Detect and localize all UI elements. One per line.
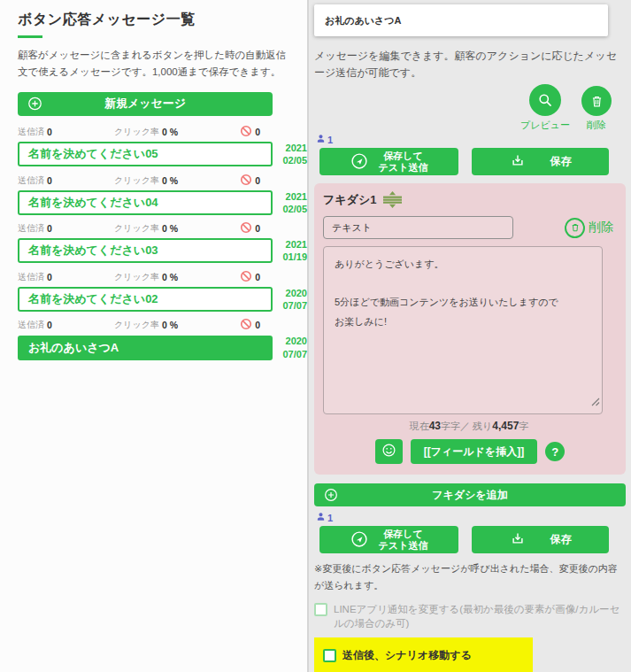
download-icon: [510, 530, 526, 549]
recipient-count: 1: [316, 134, 631, 145]
message-item-button[interactable]: 名前を決めてください05: [18, 142, 273, 166]
blocked-icon: [240, 174, 252, 188]
preview-button[interactable]: プレビュー: [520, 84, 570, 132]
plus-circle-icon: [324, 488, 338, 502]
person-icon: [316, 134, 326, 145]
message-item-button[interactable]: 名前を決めてください04: [18, 190, 273, 215]
recipient-count-value: 1: [327, 513, 333, 523]
trash-icon: [581, 86, 612, 116]
item-date: 202007/07: [277, 335, 307, 360]
list-description: 顧客がメッセージに含まれるボタンを押した時の自動返信文で使えるメッセージです。1…: [18, 47, 307, 81]
blocked-value: 0: [255, 320, 260, 330]
insert-field-button[interactable]: [[フィールドを挿入]]: [411, 439, 537, 464]
editor-description: メッセージを編集できます。顧客のアクションに応じたメッセージ送信が可能です。: [314, 48, 622, 81]
click-rate-label: クリック率: [114, 319, 159, 331]
click-rate-label: クリック率: [114, 126, 159, 138]
plus-circle-icon: [27, 97, 42, 112]
recipient-count-value: 1: [327, 135, 333, 145]
blocked-value: 0: [255, 127, 260, 137]
drag-handle-icon[interactable]: [383, 191, 402, 208]
bubble-text-input[interactable]: ありがとうございます。 5分ほどで動画コンテンツをお送りいたしますので お楽しみ…: [323, 246, 603, 414]
message-list-item: 送信済0 クリック率0 % 0 名前を決めてください02 202007/07: [18, 270, 307, 313]
blocked-icon: [240, 270, 252, 284]
delete-message-button[interactable]: 削除: [581, 86, 612, 132]
title-underline: [18, 35, 42, 38]
item-stats: 送信済0 クリック率0 % 0: [18, 318, 273, 332]
message-list-item-selected: 送信済0 クリック率0 % 0 お礼のあいさつA 202007/07: [18, 318, 307, 360]
send-circle-icon: [350, 530, 368, 550]
checkbox[interactable]: [323, 649, 336, 662]
item-date: 202102/05: [277, 142, 307, 167]
save-actions-bottom: 保存してテスト送信 保存: [319, 526, 631, 553]
option-attribute-tag[interactable]: 送信後、属性タグを付与する: [323, 668, 524, 672]
sent-label: 送信済: [18, 271, 44, 283]
click-rate-label: クリック率: [114, 222, 159, 235]
sent-label: 送信済: [18, 319, 44, 331]
save-button[interactable]: 保存: [472, 526, 609, 553]
sent-value: 0: [47, 175, 52, 186]
sent-label: 送信済: [18, 174, 44, 187]
save-and-test-button[interactable]: 保存してテスト送信: [319, 148, 458, 175]
item-date: 202007/07: [277, 287, 307, 313]
sent-value: 0: [47, 320, 52, 330]
blocked-value: 0: [255, 272, 260, 282]
item-stats: 送信済0 クリック率0 % 0: [18, 125, 273, 139]
click-rate-value: 0 %: [162, 223, 178, 234]
option-scenario-move[interactable]: 送信後、シナリオ移動する: [323, 644, 524, 668]
option-scenario-move-label: 送信後、シナリオ移動する: [342, 648, 472, 663]
save-test-line1: 保存して: [383, 151, 423, 161]
search-icon: [529, 84, 561, 116]
click-rate-value: 0 %: [162, 175, 178, 186]
person-icon: [316, 512, 326, 523]
sent-value: 0: [47, 127, 52, 137]
blocked-icon: [240, 221, 252, 236]
message-item-button[interactable]: お礼のあいさつA: [18, 336, 273, 360]
item-date: 202101/19: [277, 238, 307, 264]
option-line-notify: LINEアプリ通知を変更する(最初か最後の要素が画像/カルーセルの場合のみ可): [314, 602, 622, 631]
resize-handle-icon[interactable]: [591, 394, 600, 410]
save-test-line2: テスト送信: [379, 162, 428, 173]
click-rate-value: 0 %: [162, 127, 178, 137]
emoji-button[interactable]: [375, 439, 403, 464]
new-message-button[interactable]: 新規メッセージ: [18, 92, 273, 116]
smiley-icon: [381, 443, 396, 460]
option-line-notify-label: LINEアプリ通知を変更する(最初か最後の要素が画像/カルーセルの場合のみ可): [334, 602, 622, 631]
add-bubble-button[interactable]: フキダシを追加: [314, 483, 626, 506]
new-message-label: 新規メッセージ: [104, 96, 186, 112]
sent-value: 0: [47, 223, 52, 234]
char-remaining: 4,457: [492, 420, 519, 432]
bubble-type-select[interactable]: テキスト: [323, 216, 513, 239]
message-editor-panel: メッセージを編集できます。顧客のアクションに応じたメッセージ送信が可能です。 プ…: [309, 0, 631, 672]
message-list-item: 送信済0 クリック率0 % 0 名前を決めてください05 202102/05: [18, 125, 307, 167]
save-test-line2: テスト送信: [379, 540, 428, 551]
editor-actions: プレビュー 削除: [314, 84, 631, 132]
char-counter: 現在43字字／ 残り4,457字: [323, 420, 615, 433]
download-icon: [510, 152, 526, 171]
app-window: ボタン応答メッセージ一覧 顧客がメッセージに含まれるボタンを押した時の自動返信文…: [0, 0, 631, 672]
save-and-test-button[interactable]: 保存してテスト送信: [319, 526, 458, 553]
sent-value: 0: [47, 272, 52, 282]
preview-label: プレビュー: [520, 119, 570, 132]
save-label: 保存: [550, 532, 572, 547]
item-date: 202102/05: [277, 190, 307, 216]
bubble-title: フキダシ1: [323, 192, 376, 208]
delete-bubble-label: 削除: [589, 220, 613, 236]
message-item-button[interactable]: 名前を決めてください03: [18, 238, 273, 263]
save-button[interactable]: 保存: [472, 148, 609, 175]
add-bubble-label: フキダシを追加: [432, 488, 507, 503]
save-test-line1: 保存して: [383, 529, 423, 539]
change-note: ※変更後にボタン応答メッセージが呼び出された場合、変更後の内容が送られます。: [314, 560, 626, 593]
click-rate-value: 0 %: [162, 272, 178, 282]
message-list-item: 送信済0 クリック率0 % 0 名前を決めてください04 202102/05: [18, 174, 307, 216]
sent-label: 送信済: [18, 126, 44, 138]
item-stats: 送信済0 クリック率0 % 0: [18, 174, 273, 188]
save-label: 保存: [550, 154, 572, 169]
page-title: ボタン応答メッセージ一覧: [18, 11, 307, 29]
save-actions-top: 保存してテスト送信 保存: [319, 148, 631, 175]
message-item-button[interactable]: 名前を決めてください02: [18, 287, 273, 312]
help-icon[interactable]: ?: [545, 442, 565, 461]
delete-bubble-button[interactable]: 削除: [565, 218, 613, 238]
delete-label: 削除: [587, 119, 606, 132]
recipient-count: 1: [316, 512, 631, 523]
message-title-input[interactable]: [314, 4, 608, 36]
